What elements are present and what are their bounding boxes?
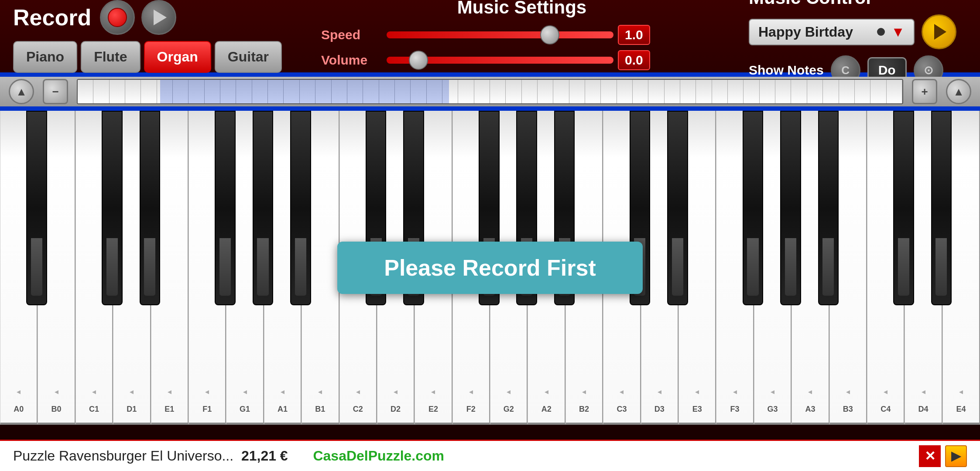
octave-up-left-button[interactable]: ▲ <box>9 79 34 104</box>
instrument-buttons: Piano Flute Organ Guitar <box>13 41 282 73</box>
dropdown-icon[interactable]: ▼ <box>891 24 905 40</box>
zoom-plus-button[interactable]: + <box>912 79 937 104</box>
black-key[interactable] <box>290 111 311 305</box>
keyboard-nav: ▲ − + ▲ <box>0 77 980 108</box>
black-key[interactable] <box>893 111 914 305</box>
black-key[interactable] <box>26 111 47 305</box>
record-first-overlay: Please Record First <box>337 242 643 294</box>
piano-button[interactable]: Piano <box>13 41 77 73</box>
play-icon <box>154 10 167 25</box>
ad-bar: Puzzle Ravensburger El Universo... 21,21… <box>0 440 980 471</box>
record-first-message: Please Record First <box>384 255 596 280</box>
record-button[interactable] <box>100 0 135 35</box>
ad-close-button[interactable]: ✕ <box>919 445 941 467</box>
black-key[interactable] <box>253 111 274 305</box>
song-selector[interactable]: Happy Birtday ▼ <box>749 19 915 45</box>
volume-slider-track[interactable] <box>387 57 613 64</box>
keyboard-minimap <box>77 79 903 104</box>
dot-indicator <box>877 28 885 36</box>
music-control: Music Control Happy Birtday ▼ Show Notes… <box>749 0 967 85</box>
ad-arrow-icon[interactable]: ▶ <box>945 445 967 467</box>
record-title-row: Record <box>13 0 176 35</box>
black-key[interactable] <box>102 111 123 305</box>
octave-up-right-button[interactable]: ▲ <box>946 79 971 104</box>
black-key[interactable] <box>818 111 839 305</box>
black-key[interactable] <box>780 111 801 305</box>
organ-button[interactable]: Organ <box>144 41 211 73</box>
control-play-button[interactable] <box>922 14 956 49</box>
speed-slider-track[interactable] <box>387 31 613 38</box>
black-key[interactable] <box>140 111 161 305</box>
speed-row: Speed 1.0 <box>321 25 723 45</box>
volume-row: Volume 0.0 <box>321 50 723 70</box>
ad-link[interactable]: CasaDelPuzzle.com <box>313 448 444 464</box>
show-notes-label: Show Notes <box>749 63 824 78</box>
settings-title: Music Settings <box>457 0 586 18</box>
guitar-button[interactable]: Guitar <box>215 41 282 73</box>
top-bar: Record Piano Flute Organ Guitar Music Se… <box>0 0 980 74</box>
black-key[interactable] <box>667 111 688 305</box>
music-settings: Music Settings Speed 1.0 Volume 0.0 <box>321 0 723 75</box>
black-key[interactable] <box>743 111 764 305</box>
record-section: Record Piano Flute Organ Guitar <box>13 0 282 73</box>
volume-label: Volume <box>321 53 382 68</box>
record-icon <box>108 8 127 27</box>
speed-slider-thumb[interactable] <box>540 25 559 44</box>
record-label: Record <box>13 4 91 31</box>
flute-button[interactable]: Flute <box>81 41 140 73</box>
volume-slider-thumb[interactable] <box>409 51 428 70</box>
speed-label: Speed <box>321 27 382 42</box>
ad-text: Puzzle Ravensburger El Universo... 21,21… <box>13 448 910 464</box>
song-name: Happy Birtday <box>758 24 877 40</box>
volume-value: 0.0 <box>618 50 650 70</box>
control-play-icon <box>934 24 946 40</box>
speed-value: 1.0 <box>618 25 650 45</box>
black-key[interactable] <box>215 111 236 305</box>
play-button[interactable] <box>141 0 176 35</box>
zoom-minus-button[interactable]: − <box>43 79 68 104</box>
piano-section: A0◂B0◂C1◂D1◂E1◂F1◂G1◂A1◂B1◂C2◂D2◂E2◂F2◂G… <box>0 111 980 425</box>
control-title: Music Control <box>749 0 871 8</box>
black-key[interactable] <box>931 111 952 305</box>
ad-price: 21,21 € <box>241 448 288 464</box>
control-row: Happy Birtday ▼ <box>749 14 967 49</box>
